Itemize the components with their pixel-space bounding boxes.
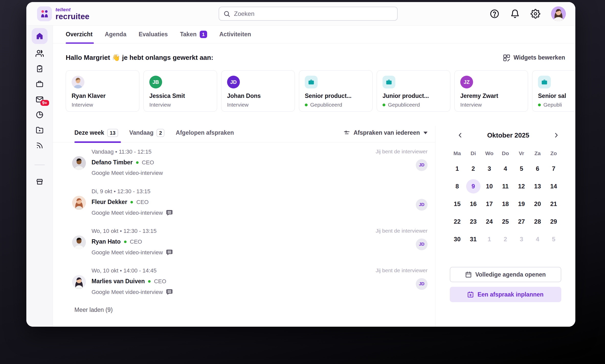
calendar-day[interactable]: 5 (513, 160, 530, 177)
calendar-day[interactable]: 12 (513, 177, 530, 195)
sidebar-item-home[interactable] (32, 28, 48, 44)
sidebar-item-reports[interactable] (35, 110, 44, 119)
tab-label: Deze week (74, 129, 104, 136)
topbar: tellent recruitee (26, 2, 575, 26)
calendar-day[interactable]: 1 (481, 230, 497, 248)
sidebar-item-candidates[interactable] (35, 49, 44, 58)
calendar-day[interactable]: 2 (465, 160, 481, 177)
schedule-appointment-button[interactable]: Een afspraak inplannen (450, 287, 561, 302)
calendar-day[interactable]: 11 (497, 177, 513, 195)
sidebar-item-jobs[interactable] (35, 80, 44, 88)
meeting-type: Google Meet video-interview (92, 210, 163, 216)
calendar-day-selected[interactable]: 9 (465, 177, 481, 195)
tab-vandaag[interactable]: Vandaag 2 (129, 129, 165, 137)
brand-logo[interactable]: tellent recruitee (37, 6, 89, 21)
candidate-name[interactable]: Ryan Hato (92, 238, 121, 245)
calendar-day[interactable]: 14 (546, 177, 562, 195)
recent-card-candidate[interactable]: JD Johan Dons Interview (221, 70, 295, 112)
calendar-day[interactable]: 4 (497, 160, 513, 177)
sidebar-item-talent-pool[interactable] (35, 126, 44, 134)
calendar-day[interactable]: 10 (481, 177, 497, 195)
appointment-row[interactable]: Wo, 10 okt • 14:00 - 14:45 Jij bent de i… (53, 267, 435, 301)
calendar-day[interactable]: 27 (513, 213, 530, 230)
meeting-type: Google Meet video-interview (92, 249, 163, 256)
calendar-day[interactable]: 31 (465, 230, 481, 248)
candidate-role: CEO (142, 159, 154, 166)
chat-notes-icon[interactable] (166, 209, 173, 216)
calendar-day[interactable]: 1 (449, 160, 465, 177)
initials-avatar: JD (227, 76, 240, 88)
sidebar-item-marketplace[interactable] (35, 177, 44, 186)
calendar-day[interactable]: 20 (530, 195, 546, 213)
calendar-day[interactable]: 25 (497, 213, 513, 230)
calendar-day[interactable]: 8 (449, 177, 465, 195)
calendar-day[interactable]: 23 (465, 213, 481, 230)
calendar-day[interactable]: 21 (546, 195, 562, 213)
user-avatar[interactable] (551, 6, 566, 21)
recent-card-job[interactable]: Senior sal Gepubli (532, 70, 575, 112)
recent-card-candidate[interactable]: JZ Jeremy Zwart Interview (454, 70, 528, 112)
calendar-day[interactable]: 29 (546, 213, 562, 230)
tab-taken[interactable]: Taken 1 (180, 31, 207, 38)
appointment-row[interactable]: Di, 9 okt • 12:30 - 13:15 Fleur Dekker C… (53, 188, 435, 222)
calendar-day[interactable]: 24 (481, 213, 497, 230)
tab-label: Agenda (105, 31, 126, 38)
calendar-weekday-label: Za (530, 150, 546, 157)
interviewer-note: Jij bent de interviewer (376, 267, 428, 274)
help-icon[interactable] (490, 9, 499, 19)
calendar-day[interactable]: 3 (481, 160, 497, 177)
tab-deze-week[interactable]: Deze week 13 (74, 129, 118, 137)
calendar-next-month-button[interactable] (552, 131, 561, 140)
calendar-day[interactable]: 22 (449, 213, 465, 230)
calendar-day[interactable]: 6 (530, 160, 546, 177)
recent-card-candidate[interactable]: JB Jessica Smit Interview (143, 70, 217, 112)
calendar-day[interactable]: 28 (530, 213, 546, 230)
tab-overzicht[interactable]: Overzicht (66, 31, 93, 38)
appointment-row[interactable]: Wo, 10 okt • 12:30 - 13:15 Jij bent de i… (53, 227, 435, 261)
appointment-row[interactable]: Vandaag • 11:30 - 12:15 Jij bent de inte… (53, 148, 435, 182)
calendar-day[interactable]: 5 (546, 230, 562, 248)
notifications-bell-icon[interactable] (510, 9, 520, 19)
calendar-day[interactable]: 4 (530, 230, 546, 248)
recent-card-candidate[interactable]: Ryan Klaver Interview (66, 70, 139, 112)
active-tab-underline (74, 141, 121, 143)
candidate-name[interactable]: Fleur Dekker (92, 199, 127, 206)
recent-card-job[interactable]: Senior product... Gepubliceerd (299, 70, 373, 112)
calendar-day[interactable]: 17 (481, 195, 497, 213)
status-dot (148, 280, 151, 283)
tab-agenda[interactable]: Agenda (105, 31, 126, 38)
calendar-day[interactable]: 3 (513, 230, 530, 248)
calendar-day[interactable]: 7 (546, 160, 562, 177)
tab-afgelopen-afspraken[interactable]: Afgelopen afspraken (176, 129, 234, 136)
candidate-name[interactable]: Marlies van Duiven (92, 278, 145, 285)
calendar-day[interactable]: 15 (449, 195, 465, 213)
chat-notes-icon[interactable] (166, 249, 173, 256)
calendar-day[interactable]: 19 (513, 195, 530, 213)
tab-evaluaties[interactable]: Evaluaties (139, 31, 168, 38)
topbar-actions (490, 6, 566, 21)
appointments-filter-dropdown[interactable]: Afspraken van iedereen (343, 129, 428, 136)
deze-week-count-badge: 13 (107, 129, 118, 137)
calendar-day[interactable]: 18 (497, 195, 513, 213)
candidate-name[interactable]: Defano Timber (92, 159, 133, 166)
open-full-agenda-label: Volledige agenda openen (475, 271, 546, 278)
load-more-button[interactable]: Meer laden (9) (74, 306, 435, 313)
search-input[interactable] (233, 10, 393, 18)
edit-widgets-button[interactable]: Widgets bewerken (503, 54, 565, 62)
recent-card-job[interactable]: Junior product... Gepubliceerd (377, 70, 450, 112)
tab-activiteiten[interactable]: Activiteiten (219, 31, 251, 38)
calendar-prev-month-button[interactable] (456, 131, 465, 140)
candidate-role: CEO (154, 278, 166, 285)
calendar-day[interactable]: 13 (530, 177, 546, 195)
sidebar-item-inbox[interactable]: 9+ (35, 95, 44, 104)
calendar-day[interactable]: 2 (497, 230, 513, 248)
tab-label: Taken (180, 31, 197, 38)
open-full-agenda-button[interactable]: Volledige agenda openen (450, 267, 561, 282)
calendar-day[interactable]: 16 (465, 195, 481, 213)
global-search[interactable] (219, 7, 398, 21)
calendar-day[interactable]: 30 (449, 230, 465, 248)
sidebar-item-evaluations[interactable] (35, 64, 44, 73)
chat-notes-icon[interactable] (166, 289, 173, 295)
settings-gear-icon[interactable] (531, 9, 540, 19)
sidebar-item-sourcing[interactable] (35, 141, 44, 150)
